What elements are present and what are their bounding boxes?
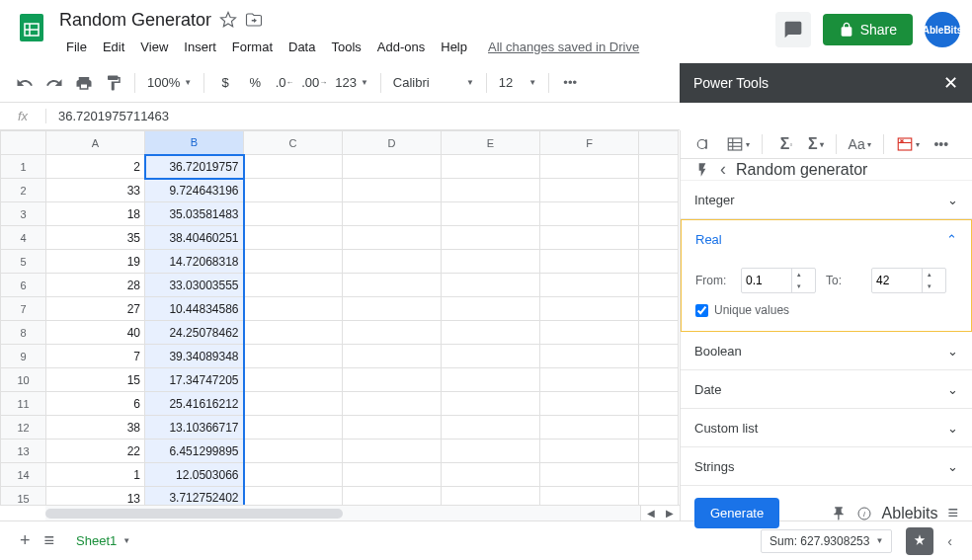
cell[interactable]: 22: [46, 440, 145, 463]
cell[interactable]: 35: [46, 226, 145, 250]
row-header[interactable]: 7: [1, 297, 46, 321]
move-folder-icon[interactable]: [245, 11, 263, 29]
cell[interactable]: [639, 250, 679, 274]
tool-clear-icon[interactable]: ▾: [894, 130, 922, 158]
cell[interactable]: [540, 321, 639, 345]
currency-button[interactable]: $: [212, 70, 238, 96]
generate-button[interactable]: Generate: [694, 498, 779, 528]
row-header[interactable]: 9: [1, 345, 46, 368]
cell[interactable]: 10.44834586: [145, 297, 244, 321]
cell[interactable]: [540, 179, 639, 202]
undo-button[interactable]: [12, 70, 38, 96]
dec-decrease-button[interactable]: .0←: [272, 70, 297, 96]
row-header[interactable]: 11: [1, 392, 46, 416]
row-header[interactable]: 15: [1, 487, 46, 506]
cell[interactable]: [244, 440, 343, 463]
row-header[interactable]: 5: [1, 250, 46, 274]
column-header[interactable]: B: [145, 131, 244, 155]
cell[interactable]: 24.25078462: [145, 321, 244, 345]
close-icon[interactable]: ✕: [943, 72, 958, 94]
row-header[interactable]: 6: [1, 274, 46, 297]
column-header[interactable]: C: [244, 131, 343, 155]
save-status[interactable]: All changes saved in Drive: [488, 40, 639, 54]
star-icon[interactable]: [219, 11, 237, 29]
menu-icon[interactable]: ≡: [947, 503, 958, 523]
scroll-right-icon[interactable]: ▶: [661, 506, 681, 520]
sheets-logo[interactable]: [12, 8, 51, 47]
cell[interactable]: [244, 487, 343, 506]
zoom-dropdown[interactable]: 100%▼: [143, 75, 196, 90]
cell[interactable]: [244, 250, 343, 274]
cell[interactable]: [442, 274, 540, 297]
cell[interactable]: [442, 297, 540, 321]
row-header[interactable]: 14: [1, 463, 46, 487]
cell[interactable]: [244, 202, 343, 226]
cell[interactable]: [442, 416, 540, 440]
cell[interactable]: [343, 321, 442, 345]
cell[interactable]: [540, 274, 639, 297]
cell[interactable]: [244, 416, 343, 440]
spreadsheet-grid[interactable]: ABCDEF1236.720197572339.72464319631835.0…: [0, 130, 680, 520]
cell[interactable]: [442, 321, 540, 345]
cell[interactable]: [639, 202, 679, 226]
cell[interactable]: [244, 155, 343, 179]
avatar[interactable]: AbleBits: [925, 12, 960, 47]
row-header[interactable]: 12: [1, 416, 46, 440]
menu-file[interactable]: File: [59, 36, 94, 58]
cell[interactable]: [639, 368, 679, 392]
sum-display[interactable]: Sum: 627.9308253▼: [761, 529, 892, 553]
cell[interactable]: [639, 226, 679, 250]
cell[interactable]: 38: [46, 416, 145, 440]
cell[interactable]: [442, 440, 540, 463]
section-date[interactable]: Date⌄: [681, 370, 972, 409]
cell[interactable]: [639, 463, 679, 487]
cell[interactable]: [540, 202, 639, 226]
cell[interactable]: 28: [46, 274, 145, 297]
cell[interactable]: 13: [46, 487, 145, 506]
select-all-cell[interactable]: [1, 131, 46, 155]
cell[interactable]: [639, 155, 679, 179]
cell[interactable]: [639, 179, 679, 202]
cell[interactable]: 7: [46, 345, 145, 368]
cell[interactable]: 39.34089348: [145, 345, 244, 368]
cell[interactable]: [244, 321, 343, 345]
row-header[interactable]: 3: [1, 202, 46, 226]
formula-value[interactable]: 36.7201975711463: [45, 109, 169, 123]
section-custom-list[interactable]: Custom list⌄: [681, 409, 972, 447]
cell[interactable]: [343, 297, 442, 321]
cell[interactable]: 19: [46, 250, 145, 274]
share-button[interactable]: Share: [823, 14, 913, 45]
cell[interactable]: [343, 202, 442, 226]
column-header[interactable]: [639, 131, 679, 155]
print-button[interactable]: [71, 70, 97, 96]
cell[interactable]: [639, 274, 679, 297]
cell[interactable]: [442, 202, 540, 226]
spinner-down-icon[interactable]: ▾: [792, 280, 805, 292]
spinner-up-icon[interactable]: ▴: [923, 269, 935, 280]
cell[interactable]: [540, 226, 639, 250]
redo-button[interactable]: [41, 70, 67, 96]
cell[interactable]: [244, 345, 343, 368]
column-header[interactable]: D: [343, 131, 442, 155]
cell[interactable]: 27: [46, 297, 145, 321]
cell[interactable]: [540, 440, 639, 463]
spinner-down-icon[interactable]: ▾: [923, 280, 935, 292]
tool-text-icon[interactable]: Aa▾: [847, 130, 873, 158]
menu-insert[interactable]: Insert: [177, 36, 223, 58]
cell[interactable]: [343, 250, 442, 274]
font-size-dropdown[interactable]: 12▼: [495, 75, 540, 90]
pin-icon[interactable]: [831, 506, 847, 521]
cell[interactable]: [639, 297, 679, 321]
dec-increase-button[interactable]: .00→: [301, 70, 327, 96]
cell[interactable]: 36.72019757: [145, 155, 244, 179]
info-icon[interactable]: i: [856, 506, 872, 521]
row-header[interactable]: 2: [1, 179, 46, 202]
cell[interactable]: 6: [46, 392, 145, 416]
cell[interactable]: [244, 179, 343, 202]
cell[interactable]: 33.03003555: [145, 274, 244, 297]
collapse-icon[interactable]: ‹: [947, 533, 952, 549]
tool-table-icon[interactable]: ▾: [724, 130, 752, 158]
cell[interactable]: 6.451299895: [145, 440, 244, 463]
section-boolean[interactable]: Boolean⌄: [681, 332, 972, 370]
cell[interactable]: [540, 463, 639, 487]
